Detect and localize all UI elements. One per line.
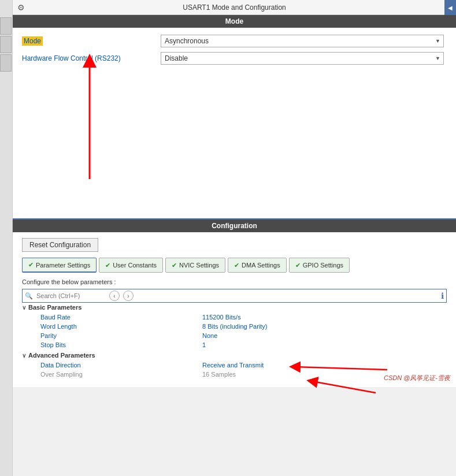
search-icon: 🔍 [25,292,33,300]
data-direction-value: Receive and Transmit [202,362,264,369]
hardware-label: Hardware Flow Control (RS232) [22,54,161,62]
mode-label-text: Mode [22,36,43,46]
param-row-over-sampling: Over Sampling 16 Samples [22,370,447,379]
top-bar: ⚙ USART1 Mode and Configuration ◀ [13,0,456,15]
tabs-bar: ✔ Parameter Settings ✔ User Constants ✔ … [22,258,447,273]
advanced-parameters-label: Advanced Parameters [28,352,95,359]
config-section: Configuration Reset Configuration ✔ Para… [13,218,456,387]
collapse-basic-icon: ∨ [22,304,26,311]
tab-dma-settings[interactable]: ✔ DMA Settings [228,258,287,273]
sidebar-tab-3[interactable] [0,54,12,72]
config-header: Configuration [13,220,456,232]
collapse-button[interactable]: ◀ [444,0,456,15]
basic-parameters-header[interactable]: ∨ Basic Parameters [22,304,447,311]
advanced-parameters-group: ∨ Advanced Parameters Data Direction Rec… [22,352,447,379]
param-row-word-length: Word Length 8 Bits (including Parity) [22,322,447,331]
tab-user-constants[interactable]: ✔ User Constants [99,258,163,273]
mode-header: Mode [13,15,456,28]
config-content: Reset Configuration ✔ Parameter Settings… [13,232,456,387]
tab-label-5: GPIO Settings [303,262,343,269]
tab-label-3: NVIC Settings [179,262,219,269]
param-row-stop-bits: Stop Bits 1 [22,340,447,349]
nav-next-button[interactable]: › [123,291,134,301]
mode-select[interactable]: Asynchronous [161,35,444,47]
advanced-parameters-header[interactable]: ∨ Advanced Parameters [22,352,447,359]
tab-check-4: ✔ [234,262,239,269]
reset-configuration-button[interactable]: Reset Configuration [22,238,98,252]
baud-rate-value: 115200 Bits/s [202,314,241,321]
mode-label: Mode [22,37,161,45]
hardware-row: Hardware Flow Control (RS232) Disable [22,52,447,65]
tab-gpio-settings[interactable]: ✔ GPIO Settings [289,258,350,273]
hardware-select[interactable]: Disable [161,52,444,65]
word-length-value: 8 Bits (including Parity) [202,323,268,330]
basic-parameters-group: ∨ Basic Parameters Baud Rate 115200 Bits… [22,304,447,349]
baud-rate-label: Baud Rate [40,314,202,321]
param-row-data-direction: Data Direction Receive and Transmit [22,360,447,370]
watermark: CSDN @风筝见证-雪夜 [384,374,450,382]
nav-prev-button[interactable]: ‹ [109,291,120,301]
gear-icon[interactable]: ⚙ [15,2,27,13]
configure-text: Configure the below parameters : [22,278,447,285]
tab-label-2: User Constants [113,262,157,269]
mode-row: Mode Asynchronous [22,35,447,47]
tab-label-4: DMA Settings [242,262,280,269]
mode-content: Mode Asynchronous Hardware Flow Control … [13,28,456,218]
left-sidebar [0,0,13,476]
search-input[interactable] [36,292,106,299]
param-row-baud-rate: Baud Rate 115200 Bits/s [22,313,447,322]
window-title: USART1 Mode and Configuration [183,3,286,12]
word-length-label: Word Length [40,323,202,330]
stop-bits-label: Stop Bits [40,341,202,348]
tab-nvic-settings[interactable]: ✔ NVIC Settings [165,258,225,273]
collapse-advanced-icon: ∨ [22,352,26,359]
tab-check-5: ✔ [295,262,301,269]
tab-check-3: ✔ [172,262,177,269]
sidebar-tab-1[interactable] [0,17,12,35]
tab-label-1: Parameter Settings [36,262,90,269]
tab-check-1: ✔ [28,261,34,269]
search-bar: 🔍 ‹ › ℹ [22,289,447,303]
parity-value: None [202,332,217,339]
tab-check-2: ✔ [105,262,110,269]
mode-select-wrapper: Asynchronous [161,35,444,47]
hardware-select-wrapper: Disable [161,52,444,65]
info-icon[interactable]: ℹ [441,291,444,300]
sidebar-tab-2[interactable] [0,36,12,53]
data-direction-label: Data Direction [40,362,202,369]
stop-bits-value: 1 [202,341,206,348]
tab-parameter-settings[interactable]: ✔ Parameter Settings [22,258,97,273]
parity-label: Parity [40,332,202,339]
over-sampling-label: Over Sampling [40,371,202,378]
over-sampling-value: 16 Samples [202,371,236,378]
basic-parameters-label: Basic Parameters [28,304,81,311]
param-row-parity: Parity None [22,331,447,340]
